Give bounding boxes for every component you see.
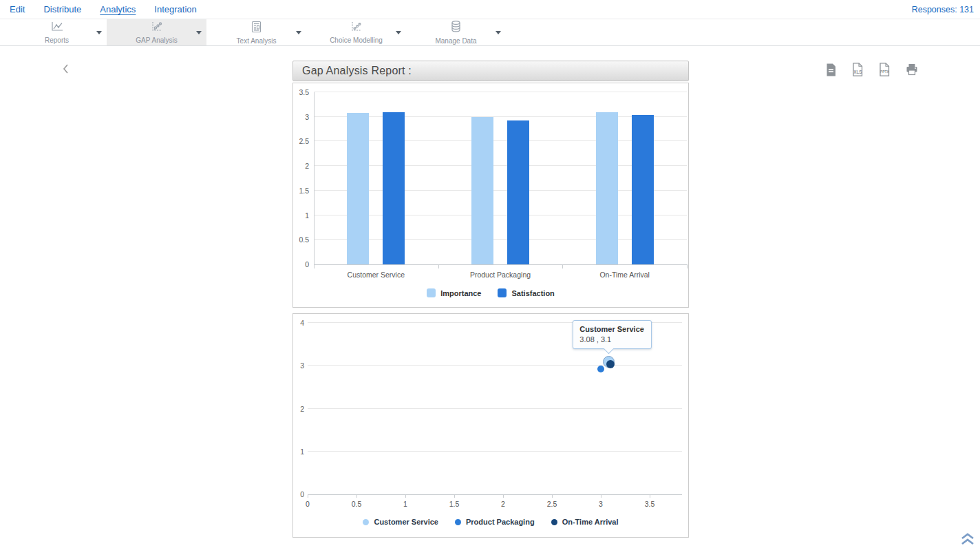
tooltip-pointer (604, 344, 615, 355)
bar-importance-product-packaging[interactable] (471, 117, 493, 264)
report-header-bar: Gap Analysis Report : (292, 61, 689, 81)
point-on-time-arrival[interactable] (606, 360, 615, 368)
x-axis-line (308, 494, 682, 495)
legend-dot (455, 519, 461, 525)
x-axis-tick (562, 264, 563, 268)
gap-scatter-chart: 0123400.511.522.533.5Customer Service3.0… (292, 313, 689, 538)
analytics-toolbar: Reports GAP Analysis Text Analysis (0, 19, 980, 46)
tooltip: Customer Service3.08 , 3.1 (573, 320, 652, 349)
y-tick-label: 3 (293, 361, 304, 370)
chevron-down-icon[interactable] (396, 31, 401, 34)
legend-label: Customer Service (374, 518, 438, 526)
document-export-icon[interactable] (824, 63, 838, 76)
x-axis-tick (503, 494, 504, 498)
responses-count[interactable]: Responses: 131 (912, 5, 980, 14)
page-title: Gap Analysis Report : (293, 65, 412, 77)
point-product-packaging[interactable] (597, 366, 604, 372)
chevron-down-icon[interactable] (496, 31, 501, 34)
top-nav: Edit Distribute Analytics Integration Re… (0, 0, 980, 19)
text-analysis-icon (251, 21, 262, 36)
chevron-down-icon[interactable] (196, 31, 202, 34)
legend-item-on-time-arrival[interactable]: On-Time Arrival (551, 518, 619, 526)
tab-manage-data[interactable]: Manage Data (406, 19, 506, 45)
chevron-down-icon[interactable] (96, 31, 102, 34)
x-axis-tick (687, 264, 688, 268)
back-button[interactable] (62, 63, 69, 77)
legend-item-customer-service[interactable]: Customer Service (363, 518, 438, 526)
legend-label: Satisfaction (511, 289, 554, 297)
legend-item-importance[interactable]: Importance (427, 288, 481, 297)
nav-item-distribute[interactable]: Distribute (43, 4, 81, 14)
tab-label: Text Analysis (237, 37, 277, 45)
legend-label: On-Time Arrival (562, 518, 619, 526)
nav-item-analytics[interactable]: Analytics (100, 4, 136, 14)
print-icon[interactable] (905, 63, 918, 76)
legend-dot (363, 519, 369, 525)
y-tick-label: 1 (293, 211, 309, 220)
y-tick-label: 3.5 (293, 88, 309, 96)
y-tick-label: 2 (293, 162, 309, 170)
xls-export-icon[interactable]: XLS (851, 63, 864, 76)
y-tick-label: 0 (293, 260, 309, 268)
x-axis-tick (356, 494, 357, 498)
bar-legend: ImportanceSatisfaction (293, 288, 688, 297)
x-axis-tick (454, 494, 455, 498)
pptx-export-icon[interactable]: PPTX (878, 63, 891, 76)
legend-marker (498, 288, 507, 297)
gap-bar-chart: 00.511.522.533.5Customer ServiceProduct … (292, 83, 689, 308)
x-tick-label: 3.5 (639, 500, 660, 508)
tab-label: Reports (45, 36, 69, 44)
nav-item-integration[interactable]: Integration (154, 4, 196, 14)
x-axis-tick (308, 494, 308, 498)
tab-gap-analysis[interactable]: GAP Analysis (107, 19, 206, 45)
chevron-left-icon (62, 65, 69, 76)
scatter-plot-area: 0123400.511.522.533.5Customer Service3.0… (293, 314, 688, 537)
legend-item-satisfaction[interactable]: Satisfaction (498, 288, 554, 297)
tab-label: Manage Data (435, 37, 476, 45)
bar-importance-on-time-arrival[interactable] (596, 112, 618, 264)
y-tick-label: 1 (293, 447, 304, 456)
y-tick-label: 2.5 (293, 137, 309, 145)
choice-modelling-icon (349, 21, 363, 35)
nav-item-edit[interactable]: Edit (10, 4, 25, 14)
pptx-label: PPTX (880, 70, 890, 74)
x-tick-label: 0.5 (346, 500, 367, 508)
legend-label: Product Packaging (466, 518, 535, 526)
x-axis-tick (314, 264, 315, 268)
y-tick-label: 2 (293, 405, 304, 413)
scatter-legend: Customer ServiceProduct PackagingOn-Time… (293, 518, 688, 526)
double-chevron-up-icon (959, 536, 976, 547)
gridline (308, 408, 682, 409)
x-axis-tick (552, 494, 553, 498)
y-tick-label: 4 (293, 319, 304, 327)
x-axis-tick (601, 494, 601, 498)
bar-chart-plot-area: 00.511.522.533.5Customer ServiceProduct … (293, 83, 688, 307)
legend-marker (427, 288, 436, 297)
gridline (308, 365, 682, 366)
bar-importance-customer-service[interactable] (347, 113, 369, 264)
legend-dot (551, 519, 557, 525)
legend-item-product-packaging[interactable]: Product Packaging (455, 518, 535, 526)
tooltip-title: Customer Service (579, 325, 644, 333)
chevron-down-icon[interactable] (296, 31, 301, 34)
y-tick-label: 1.5 (293, 187, 309, 195)
x-axis-tick (650, 494, 650, 498)
y-tick-label: 0 (293, 490, 304, 498)
tab-text-analysis[interactable]: Text Analysis (206, 19, 306, 45)
bar-satisfaction-customer-service[interactable] (383, 112, 405, 264)
x-tick-label: 1.5 (444, 500, 465, 508)
scroll-to-top-button[interactable] (959, 532, 976, 548)
y-tick-label: 3 (293, 113, 309, 121)
bar-satisfaction-on-time-arrival[interactable] (632, 115, 654, 264)
y-axis-line (314, 92, 315, 264)
tab-choice-modelling[interactable]: Choice Modelling (306, 19, 406, 45)
tooltip-value: 3.08 , 3.1 (579, 335, 644, 344)
export-toolbar: XLS PPTX (824, 63, 918, 76)
tab-reports[interactable]: Reports (7, 19, 107, 45)
x-axis-tick (438, 264, 439, 268)
bar-satisfaction-product-packaging[interactable] (507, 120, 529, 264)
gridline (314, 92, 687, 92)
x-tick-label: 0 (297, 500, 318, 508)
x-tick-label: 2 (493, 500, 513, 508)
legend-label: Importance (440, 289, 481, 297)
